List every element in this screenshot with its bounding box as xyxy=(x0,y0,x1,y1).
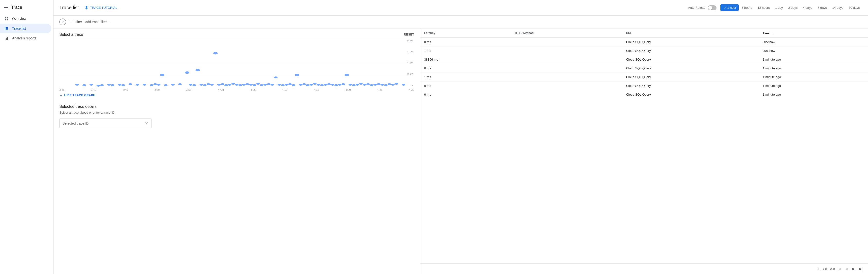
scatter-dot[interactable] xyxy=(256,83,260,85)
time-btn-1hour[interactable]: 1 hour xyxy=(720,4,739,11)
scatter-dot[interactable] xyxy=(157,84,160,86)
reset-button[interactable]: RESET xyxy=(404,33,414,36)
scatter-dot[interactable] xyxy=(356,84,359,86)
scatter-dot[interactable] xyxy=(270,84,274,86)
scatter-dot[interactable] xyxy=(136,84,139,86)
scatter-dot[interactable] xyxy=(363,84,366,86)
scatter-dot[interactable] xyxy=(90,84,93,86)
scatter-dot[interactable] xyxy=(370,84,373,86)
page-last-button[interactable]: ▶| xyxy=(857,266,864,272)
scatter-dot[interactable] xyxy=(107,84,111,86)
scatter-dot[interactable] xyxy=(295,74,299,76)
scatter-dot[interactable] xyxy=(331,84,335,86)
table-row[interactable]: 1 ms Cloud SQL Query 1 minute ago xyxy=(421,73,868,82)
scatter-dot[interactable] xyxy=(96,85,100,87)
clear-trace-id-button[interactable]: ✕ xyxy=(145,121,149,126)
table-row[interactable]: 0 ms Cloud SQL Query Just now xyxy=(421,38,868,47)
scatter-dot[interactable] xyxy=(100,84,104,86)
scatter-dot[interactable] xyxy=(249,84,253,86)
table-row[interactable]: 0 ms Cloud SQL Query 1 minute ago xyxy=(421,82,868,90)
table-row[interactable]: 0 ms Cloud SQL Query 1 minute ago xyxy=(421,90,868,99)
scatter-dot[interactable] xyxy=(260,84,264,86)
scatter-dot[interactable] xyxy=(377,83,380,85)
scatter-dot[interactable] xyxy=(221,83,224,85)
trace-id-input[interactable] xyxy=(62,121,145,125)
table-row[interactable]: 1 ms Cloud SQL Query Just now xyxy=(421,47,868,55)
scatter-dot[interactable] xyxy=(267,83,271,85)
time-btn-12hours[interactable]: 12 hours xyxy=(755,4,772,11)
scatter-dot[interactable] xyxy=(129,83,132,85)
sidebar-item-tracelist[interactable]: Trace list xyxy=(0,24,51,33)
scatter-dot[interactable] xyxy=(121,84,125,86)
scatter-dot[interactable] xyxy=(143,84,146,86)
time-btn-4days[interactable]: 4 days xyxy=(800,4,814,11)
scatter-dot[interactable] xyxy=(274,76,278,78)
scatter-dot[interactable] xyxy=(253,84,256,86)
scatter-dot[interactable] xyxy=(380,84,384,86)
scatter-dot[interactable] xyxy=(359,83,363,85)
scatter-dot[interactable] xyxy=(185,71,189,74)
scatter-dot[interactable] xyxy=(310,84,313,86)
time-btn-30days[interactable]: 30 days xyxy=(846,4,862,11)
scatter-dot[interactable] xyxy=(231,83,235,85)
scatter-dot[interactable] xyxy=(344,74,349,76)
scatter-dot[interactable] xyxy=(210,84,214,86)
time-btn-2days[interactable]: 2 days xyxy=(786,4,800,11)
scatter-dot[interactable] xyxy=(316,84,320,86)
scatter-dot[interactable] xyxy=(388,83,391,85)
scatter-dot[interactable] xyxy=(373,84,377,86)
chart-area[interactable]: 2.0M 1.5M 1.0M 0.5M 0 xyxy=(59,39,414,87)
scatter-dot[interactable] xyxy=(338,84,342,86)
hamburger-icon[interactable] xyxy=(4,6,8,9)
time-btn-1day[interactable]: 1 day xyxy=(773,4,785,11)
page-next-button[interactable]: ▶ xyxy=(850,266,856,272)
scatter-dot[interactable] xyxy=(213,52,218,55)
filter-input[interactable] xyxy=(85,20,862,24)
filter-help-icon[interactable]: ? xyxy=(59,19,66,25)
scatter-dot[interactable] xyxy=(288,83,292,85)
scatter-dot[interactable] xyxy=(160,74,164,76)
page-prev-button[interactable]: ◀ xyxy=(844,266,849,272)
scatter-dot[interactable] xyxy=(207,83,210,85)
scatter-dot[interactable] xyxy=(235,84,239,86)
scatter-dot[interactable] xyxy=(306,84,310,86)
scatter-dot[interactable] xyxy=(352,84,356,86)
scatter-dot[interactable] xyxy=(395,83,398,85)
scatter-dot[interactable] xyxy=(292,84,296,86)
scatter-dot[interactable] xyxy=(83,84,86,86)
scatter-dot[interactable] xyxy=(153,83,157,85)
scatter-dot[interactable] xyxy=(348,84,352,86)
time-btn-14days[interactable]: 14 days xyxy=(830,4,846,11)
scatter-dot[interactable] xyxy=(111,84,115,86)
scatter-dot[interactable] xyxy=(278,84,281,86)
scatter-dot[interactable] xyxy=(178,83,182,85)
scatter-dot[interactable] xyxy=(75,84,79,86)
scatter-dot[interactable] xyxy=(341,83,345,85)
scatter-dot[interactable] xyxy=(228,84,231,86)
scatter-dot[interactable] xyxy=(313,83,317,85)
scatter-dot[interactable] xyxy=(334,84,338,86)
scatter-dot[interactable] xyxy=(285,84,288,86)
scatter-dot[interactable] xyxy=(164,84,168,86)
sidebar-item-overview[interactable]: Overview xyxy=(0,14,51,24)
scatter-dot[interactable] xyxy=(402,84,405,86)
table-row[interactable]: 0 ms Cloud SQL Query 1 minute ago xyxy=(421,64,868,73)
scatter-dot[interactable] xyxy=(384,84,388,86)
filter-toggle[interactable]: Filter xyxy=(69,20,82,24)
scatter-dot[interactable] xyxy=(323,84,327,86)
trace-tutorial-link[interactable]: TRACE TUTORIAL xyxy=(85,6,117,10)
scatter-dot[interactable] xyxy=(203,84,207,86)
scatter-dot[interactable] xyxy=(224,84,228,86)
scatter-dot[interactable] xyxy=(281,84,285,86)
sidebar-item-analysis[interactable]: Analysis reports xyxy=(0,33,51,43)
scatter-dot[interactable] xyxy=(391,84,395,86)
hide-trace-graph-button[interactable]: HIDE TRACE GRAPH xyxy=(54,91,420,100)
scatter-dot[interactable] xyxy=(299,84,303,86)
page-first-button[interactable]: |◀ xyxy=(836,266,843,272)
col-time[interactable]: Time xyxy=(759,28,868,38)
scatter-dot[interactable] xyxy=(303,83,306,85)
scatter-dot[interactable] xyxy=(246,83,249,85)
scatter-dot[interactable] xyxy=(199,84,203,86)
scatter-dot[interactable] xyxy=(192,84,196,86)
time-btn-7days[interactable]: 7 days xyxy=(815,4,829,11)
